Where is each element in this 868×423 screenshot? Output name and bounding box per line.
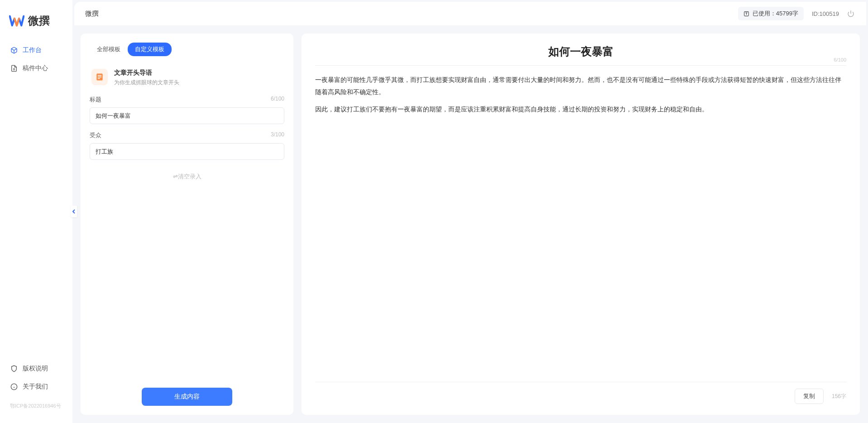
output-footer: 复制 156字	[315, 382, 846, 404]
sidebar-collapse-handle[interactable]	[71, 206, 77, 217]
nav-drafts[interactable]: 稿件中心	[4, 60, 69, 77]
main-area: 微撰 已使用：45799字 ID:100519 全部模板 自定义模板	[72, 0, 868, 423]
sidebar: 微撰 工作台 稿件中心 版权说明	[0, 0, 72, 423]
nav-label: 关于我们	[23, 383, 48, 391]
info-icon	[10, 383, 18, 391]
logo-icon	[9, 14, 24, 27]
audience-input[interactable]	[90, 143, 284, 160]
output-title: 如何一夜暴富	[315, 44, 846, 65]
document-icon	[10, 64, 18, 72]
tab-all-templates[interactable]: 全部模板	[90, 43, 128, 56]
config-footer: 生成内容	[90, 388, 284, 406]
topbar: 微撰 已使用：45799字 ID:100519	[74, 2, 866, 25]
copy-button[interactable]: 复制	[795, 389, 824, 404]
field-title-counter: 6/100	[271, 96, 284, 104]
field-title: 标题 6/100	[90, 96, 284, 124]
output-title-counter: 6/100	[834, 57, 846, 62]
power-icon[interactable]	[847, 10, 855, 18]
content: 全部模板 自定义模板 文章开头导语 为你生成抓眼球的文章开头 标题 6/	[72, 25, 868, 423]
field-title-label: 标题	[90, 96, 101, 104]
template-title: 文章开头导语	[114, 69, 179, 77]
field-audience-counter: 3/100	[271, 131, 284, 139]
cube-icon	[10, 46, 18, 54]
generate-button[interactable]: 生成内容	[142, 388, 232, 406]
nav-label: 工作台	[23, 46, 42, 54]
brand-name: 微撰	[28, 14, 50, 28]
main-nav: 工作台 稿件中心	[0, 42, 72, 360]
config-panel: 全部模板 自定义模板 文章开头导语 为你生成抓眼球的文章开头 标题 6/	[81, 34, 293, 415]
topbar-right: 已使用：45799字 ID:100519	[738, 7, 855, 20]
template-tabs: 全部模板 自定义模板	[90, 43, 284, 56]
sidebar-bottom: 版权说明 关于我们 鄂ICP备2022016946号	[0, 360, 72, 414]
nav-label: 版权说明	[23, 365, 48, 373]
output-paragraph: 因此，建议打工族们不要抱有一夜暴富的期望，而是应该注重积累财富和提高自身技能，通…	[315, 103, 846, 115]
usage-text: 已使用：45799字	[753, 10, 798, 18]
clear-inputs-link[interactable]: ⇌清空录入	[90, 167, 284, 186]
user-id: ID:100519	[812, 10, 839, 17]
output-paragraph: 一夜暴富的可能性几乎微乎其微，而打工族想要实现财富自由，通常需要付出大量的时间和…	[315, 74, 846, 98]
svg-rect-11	[98, 78, 100, 79]
nav-copyright[interactable]: 版权说明	[4, 360, 69, 377]
field-audience-label: 受众	[90, 131, 101, 139]
page-title: 微撰	[85, 10, 738, 18]
brand-logo: 微撰	[0, 9, 72, 42]
nav-about[interactable]: 关于我们	[4, 378, 69, 395]
nav-label: 稿件中心	[23, 64, 48, 72]
output-panel: 如何一夜暴富 6/100 一夜暴富的可能性几乎微乎其微，而打工族想要实现财富自由…	[302, 34, 860, 415]
template-info: 文章开头导语 为你生成抓眼球的文章开头	[90, 64, 284, 96]
icp-text: 鄂ICP备2022016946号	[4, 398, 69, 414]
chevron-left-icon	[72, 209, 76, 214]
char-count: 156字	[832, 393, 846, 400]
field-audience: 受众 3/100	[90, 131, 284, 160]
usage-badge[interactable]: 已使用：45799字	[738, 7, 804, 20]
tab-custom-templates[interactable]: 自定义模板	[128, 43, 172, 56]
text-icon	[743, 10, 750, 17]
template-icon	[91, 69, 108, 85]
output-title-row: 如何一夜暴富 6/100	[315, 44, 846, 66]
output-body: 一夜暴富的可能性几乎微乎其微，而打工族想要实现财富自由，通常需要付出大量的时间和…	[315, 74, 846, 375]
shield-icon	[10, 365, 18, 373]
template-desc: 为你生成抓眼球的文章开头	[114, 79, 179, 87]
nav-workspace[interactable]: 工作台	[4, 42, 69, 59]
svg-rect-9	[98, 75, 101, 76]
title-input[interactable]	[90, 107, 284, 124]
svg-rect-10	[98, 77, 101, 77]
